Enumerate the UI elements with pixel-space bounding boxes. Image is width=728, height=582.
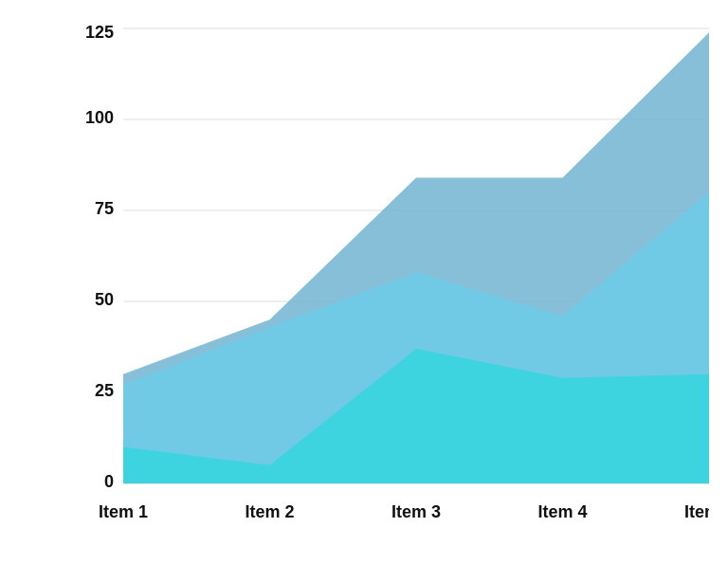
x-label-item2: Item 2 (245, 502, 294, 521)
area-chart: 0 25 50 75 100 125 Item 1 Item 2 Item 3 … (76, 19, 709, 525)
y-label-50: 50 (95, 290, 114, 309)
x-label-item1: Item 1 (99, 502, 148, 521)
y-label-125: 125 (85, 23, 114, 42)
chart-container: 0 25 50 75 100 125 Item 1 Item 2 Item 3 … (0, 0, 728, 582)
x-label-item3: Item 3 (391, 502, 441, 521)
chart-plot-area: 0 25 50 75 100 125 Item 1 Item 2 Item 3 … (85, 23, 709, 521)
y-label-75: 75 (95, 199, 114, 218)
x-label-item5: Item 5 (684, 502, 709, 521)
y-label-0: 0 (104, 472, 114, 491)
y-label-25: 25 (95, 381, 114, 400)
x-label-item4: Item 4 (537, 502, 587, 521)
y-label-100: 100 (85, 108, 114, 127)
